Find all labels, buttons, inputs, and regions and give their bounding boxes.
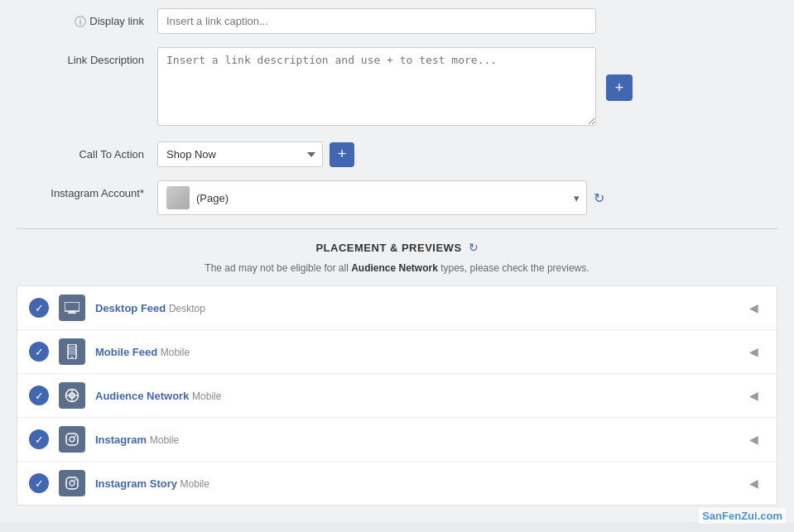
call-to-action-row: Call To Action Shop Now Learn More Sign … (17, 141, 777, 167)
mobile-feed-name: Mobile Feed Mobile (95, 346, 733, 358)
instagram-name: Instagram Mobile (95, 434, 733, 446)
instagram-controls: (Page) ↻ (157, 180, 604, 215)
mobile-feed-icon (59, 338, 85, 365)
svg-rect-2 (68, 313, 76, 314)
placement-item-instagram-story: ✓ Instagram Story Mobile ◀ (17, 462, 777, 505)
check-icon: ✓ (35, 390, 44, 402)
watermark: SanFenZui.com (699, 508, 786, 524)
instagram-story-icon (59, 470, 85, 496)
main-container: ⓘ Display link Link Description + Call T… (0, 0, 794, 522)
placement-item-desktop-feed: ✓ Desktop Feed Desktop ◀ (17, 286, 777, 330)
svg-point-11 (70, 437, 75, 442)
check-icon: ✓ (35, 477, 44, 490)
link-description-label: Link Description (25, 47, 157, 66)
audience-network-bold: Audience Network (351, 262, 438, 274)
svg-point-12 (75, 435, 76, 437)
placement-item-audience-network: ✓ Audience Network Mobile ◀ (17, 374, 777, 418)
audience-network-check[interactable]: ✓ (29, 386, 49, 405)
mobile-feed-arrow[interactable]: ◀ (743, 342, 765, 362)
instagram-page-label: (Page) (196, 192, 229, 204)
audience-network-arrow[interactable]: ◀ (743, 386, 765, 405)
display-link-row: ⓘ Display link (17, 8, 777, 34)
avatar (166, 186, 190, 209)
svg-rect-5 (69, 346, 75, 355)
display-link-control (157, 8, 769, 34)
svg-rect-13 (66, 477, 78, 489)
description-plus-button[interactable]: + (606, 74, 633, 101)
desktop-feed-icon (59, 295, 85, 321)
placement-title: PLACEMENT & PREVIEWS (315, 242, 461, 254)
help-icon[interactable]: ⓘ (75, 15, 86, 30)
instagram-account-control: (Page) ↻ (157, 180, 769, 215)
placement-list: ✓ Desktop Feed Desktop ◀ ✓ (17, 285, 777, 506)
placement-notice: The ad may not be eligible for all Audie… (17, 262, 777, 274)
check-icon: ✓ (35, 302, 44, 314)
link-description-control: + (157, 47, 769, 128)
placement-item-instagram: ✓ Instagram Mobile ◀ (17, 418, 777, 462)
instagram-icon (59, 426, 85, 453)
desktop-feed-arrow[interactable]: ◀ (743, 298, 765, 318)
check-icon: ✓ (35, 346, 44, 358)
instagram-refresh-button[interactable]: ↻ (594, 190, 604, 206)
placement-header: PLACEMENT & PREVIEWS ↻ (17, 241, 777, 254)
link-description-textarea[interactable] (157, 47, 596, 126)
instagram-account-label: Instagram Account* (25, 180, 157, 199)
instagram-check[interactable]: ✓ (29, 429, 49, 449)
mobile-feed-check[interactable]: ✓ (29, 342, 49, 362)
link-description-row: Link Description + (17, 47, 777, 128)
instagram-story-name: Instagram Story Mobile (95, 477, 733, 490)
cta-select[interactable]: Shop Now Learn More Sign Up Book Now Con… (157, 141, 323, 167)
display-link-input[interactable] (157, 8, 596, 34)
section-divider (17, 228, 777, 229)
instagram-select[interactable]: (Page) (157, 180, 587, 215)
svg-rect-4 (71, 357, 74, 358)
desktop-feed-name: Desktop Feed Desktop (95, 302, 733, 314)
cta-plus-button[interactable]: + (330, 142, 354, 167)
cta-controls: Shop Now Learn More Sign Up Book Now Con… (157, 141, 769, 167)
audience-network-name: Audience Network Mobile (95, 390, 733, 402)
desktop-feed-check[interactable]: ✓ (29, 298, 49, 318)
svg-rect-1 (70, 311, 75, 313)
textarea-wrapper: + (157, 47, 596, 128)
placement-item-mobile-feed: ✓ Mobile Feed Mobile ◀ (17, 330, 777, 374)
instagram-story-check[interactable]: ✓ (29, 473, 49, 493)
call-to-action-control: Shop Now Learn More Sign Up Book Now Con… (157, 141, 769, 167)
display-link-label: ⓘ Display link (25, 8, 157, 30)
svg-point-14 (70, 481, 75, 486)
instagram-account-row: Instagram Account* (Page) ↻ (17, 180, 777, 215)
svg-point-15 (75, 479, 76, 481)
placement-refresh-icon[interactable]: ↻ (469, 241, 479, 254)
svg-rect-10 (66, 434, 78, 445)
instagram-story-arrow[interactable]: ◀ (743, 473, 765, 493)
svg-rect-0 (65, 302, 79, 311)
instagram-arrow[interactable]: ◀ (743, 429, 765, 449)
check-icon: ✓ (35, 434, 44, 446)
call-to-action-label: Call To Action (25, 141, 157, 161)
audience-network-icon (59, 382, 85, 409)
